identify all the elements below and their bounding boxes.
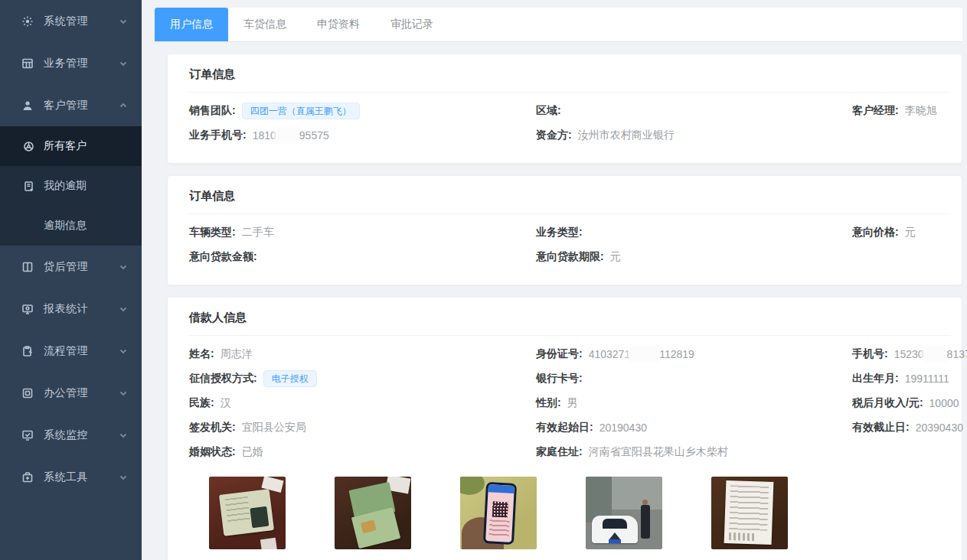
sidebar-item-label: 流程管理 — [44, 344, 119, 358]
chevron-down-icon — [119, 431, 128, 440]
redaction-blur — [925, 348, 946, 360]
drivers-license-photo[interactable] — [335, 477, 411, 549]
main-content: 用户信息 车贷信息 申贷资料 审批记录 订单信息 销售团队: 四团一营（直属王鹏… — [142, 0, 967, 560]
tab-user-info[interactable]: 用户信息 — [155, 8, 228, 41]
sidebar-item-label: 业务管理 — [44, 57, 119, 70]
chevron-down-icon — [119, 59, 128, 68]
sidebar-item-label: 客户管理 — [44, 99, 119, 112]
field-valid-end-date: 有效截止日: 20390430 — [852, 415, 967, 440]
sidebar-item-system-tools[interactable]: 系统工具 — [0, 456, 142, 498]
redaction-blur — [631, 348, 658, 360]
field-id-number: 身份证号: 4103271112819 — [536, 342, 846, 366]
chevron-down-icon — [119, 389, 128, 398]
handwritten-document-photo[interactable] — [711, 477, 788, 549]
field-gender: 性别: 男 — [536, 391, 846, 415]
field-bank-card: 银行卡号: — [536, 366, 846, 391]
chevron-up-icon — [119, 101, 128, 110]
sidebar-item-all-customers[interactable]: 所有客户 — [0, 126, 142, 166]
card-title: 借款人信息 — [189, 311, 951, 336]
photo-item: 身份证图片 — [209, 477, 286, 560]
field-business-phone: 业务手机号: 181095575 — [189, 123, 530, 148]
field-marital-status: 婚姻状态: 已婚 — [189, 440, 530, 464]
document-photos: 身份证图片 驾驶证图片 征信报告 — [189, 464, 951, 560]
field-issuing-authority: 签发机关: 宜阳县公安局 — [189, 415, 530, 440]
card-title: 订单信息 — [189, 189, 951, 214]
field-ethnicity: 民族: 汉 — [189, 391, 530, 415]
chevron-down-icon — [119, 17, 128, 26]
monitor-check-icon — [21, 429, 34, 441]
sidebar-item-system-mgmt[interactable]: 系统管理 — [0, 0, 142, 42]
field-intent-loan-term: 意向贷款期限: 元 — [536, 245, 846, 269]
field-intent-price: 意向价格: 元 — [852, 220, 951, 245]
field-funder: 资金方: 汝州市农村商业银行 — [536, 123, 846, 148]
id-card-photo[interactable] — [209, 477, 286, 549]
field-monthly-income: 税后月收入/元: 10000 — [852, 391, 967, 415]
borrower-info-card: 借款人信息 姓名: 周志洋 身份证号: 4103271112819 手机号: 1… — [167, 297, 962, 560]
tab-car-loan-info[interactable]: 车贷信息 — [228, 8, 302, 41]
chevron-down-icon — [119, 304, 128, 314]
credit-report-phone-photo[interactable] — [460, 477, 537, 549]
field-business-type: 业务类型: — [536, 220, 846, 245]
book-icon — [21, 261, 34, 273]
vehicle-order-card: 订单信息 车辆类型: 二手车 业务类型: 意向价格: 元 意向贷款金额: 意向贷… — [167, 175, 962, 285]
detail-tabs: 用户信息 车贷信息 申贷资料 审批记录 — [155, 8, 962, 42]
sidebar-item-label: 贷后管理 — [44, 260, 119, 274]
card-title: 订单信息 — [189, 67, 951, 93]
sidebar-item-report-stats[interactable]: 报表统计 — [0, 288, 142, 330]
order-info-card: 订单信息 销售团队: 四团一营（直属王鹏飞） 区域: 客户经理: 李晓旭 业务手… — [167, 54, 962, 164]
sidebar-item-label: 系统工具 — [44, 470, 119, 484]
sidebar-item-label: 办公管理 — [44, 386, 119, 400]
sidebar-item-label: 系统管理 — [44, 15, 119, 28]
field-name: 姓名: 周志洋 — [189, 342, 530, 366]
sidebar-item-label: 我的逾期 — [44, 179, 87, 193]
clipboard-icon — [21, 345, 34, 357]
field-region: 区域: — [536, 99, 846, 123]
chevron-down-icon — [119, 347, 128, 356]
notebook-icon — [23, 181, 34, 192]
field-mobile-phone: 手机号: 152308137 — [852, 342, 967, 366]
field-account-manager: 客户经理: 李晓旭 — [852, 99, 951, 123]
field-home-address: 家庭住址: 河南省宜阳县花果山乡木柴村 — [536, 440, 846, 464]
tab-loan-application-docs[interactable]: 申贷资料 — [302, 8, 375, 41]
sidebar-item-label: 报表统计 — [44, 302, 119, 316]
monitor-icon — [21, 303, 34, 315]
sidebar-item-business-mgmt[interactable]: 业务管理 — [0, 42, 142, 84]
field-vehicle-type: 车辆类型: 二手车 — [189, 220, 530, 245]
sidebar-item-overdue-info[interactable]: 逾期信息 — [0, 206, 142, 246]
field-birth-date: 出生年月: 19911111 — [852, 366, 967, 391]
sidebar-item-postloan-mgmt[interactable]: 贷后管理 — [0, 246, 142, 288]
toolbox-icon — [21, 471, 34, 483]
field-valid-start-date: 有效起始日: 20190430 — [536, 415, 846, 440]
sidebar-item-office-mgmt[interactable]: 办公管理 — [0, 372, 142, 414]
gear-icon — [21, 15, 34, 28]
tab-approval-records[interactable]: 审批记录 — [375, 8, 449, 41]
sidebar: 系统管理 业务管理 客户管理 所有客户 我的逾期 — [0, 0, 142, 560]
sidebar-item-process-mgmt[interactable]: 流程管理 — [0, 330, 142, 372]
person-with-car-photo[interactable] — [586, 477, 662, 549]
sales-team-tag[interactable]: 四团一营（直属王鹏飞） — [242, 103, 360, 119]
sidebar-item-customer-mgmt[interactable]: 客户管理 — [0, 84, 142, 126]
user-icon — [21, 99, 34, 112]
field-sales-team: 销售团队: 四团一营（直属王鹏飞） — [189, 99, 530, 123]
redaction-blur — [277, 129, 299, 141]
photo-item: 其他材料 — [711, 477, 788, 560]
sidebar-item-my-overdue[interactable]: 我的逾期 — [0, 166, 142, 206]
sidebar-item-label: 系统监控 — [44, 428, 119, 442]
customer-mgmt-submenu: 所有客户 我的逾期 逾期信息 — [0, 126, 142, 246]
field-credit-auth: 征信授权方式: 电子授权 — [189, 366, 530, 391]
square-icon — [21, 387, 34, 399]
grid-icon — [21, 57, 34, 70]
chevron-down-icon — [119, 262, 128, 272]
sidebar-item-system-monitor[interactable]: 系统监控 — [0, 414, 142, 456]
field-intent-loan-amount: 意向贷款金额: — [189, 245, 530, 269]
wheel-icon — [23, 141, 34, 152]
sidebar-item-label: 逾期信息 — [44, 219, 87, 233]
sidebar-item-label: 所有客户 — [44, 139, 87, 153]
photo-item: 驾驶证图片 — [335, 477, 411, 560]
credit-auth-tag[interactable]: 电子授权 — [263, 370, 317, 387]
photo-item: 征信报告 — [460, 477, 537, 560]
photo-item: 人车合影 — [586, 477, 662, 560]
chevron-down-icon — [119, 473, 128, 482]
